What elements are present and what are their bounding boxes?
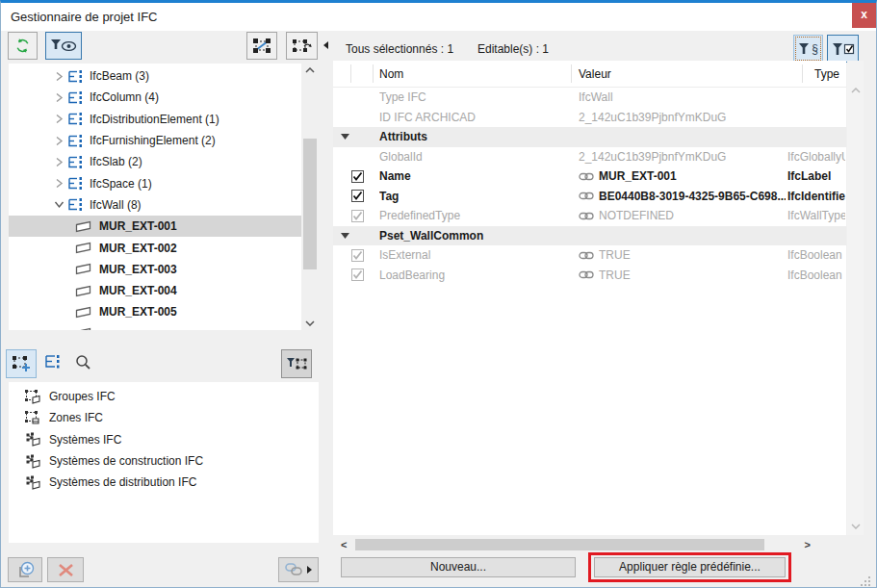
refresh-button[interactable] xyxy=(8,32,38,60)
attributes-table: Nom Valeur Type Type IFCIfcWallID IFC AR… xyxy=(333,61,846,535)
new-item-button[interactable] xyxy=(8,557,42,582)
filter-marquee-button[interactable] xyxy=(281,349,312,378)
table-hscrollbar[interactable]: < > xyxy=(338,538,813,551)
scroll-down-icon[interactable] xyxy=(301,320,319,326)
attribute-checkbox[interactable] xyxy=(351,268,364,281)
filter-checked-button[interactable] xyxy=(827,35,859,63)
attribute-checkbox[interactable] xyxy=(351,190,364,202)
chevron-right-icon[interactable] xyxy=(52,136,65,146)
column-header-nom[interactable]: Nom xyxy=(379,67,403,81)
chevron-right-icon[interactable] xyxy=(52,178,65,189)
tree-item[interactable]: MUR_EXT-004 xyxy=(9,280,319,301)
new-rule-button[interactable]: Nouveau... xyxy=(341,557,576,577)
table-row[interactable]: PredefinedTypeNOTDEFINEDIfcWallTypeEnum xyxy=(333,206,846,226)
ifc-class-icon xyxy=(67,176,83,191)
chevron-right-icon[interactable] xyxy=(52,114,65,124)
attribute-checkbox[interactable] xyxy=(351,210,364,222)
table-group-row[interactable]: Pset_WallCommon xyxy=(333,226,846,246)
table-row[interactable]: Type IFCIfcWall xyxy=(333,88,846,108)
chevron-down-icon[interactable] xyxy=(52,200,65,209)
attribute-value[interactable]: BE0440B8-3019-4325-9B65-C698... xyxy=(579,190,786,203)
table-row[interactable]: LoadBearingTRUEIfcBoolean xyxy=(333,266,846,286)
list-item[interactable]: Systèmes de construction IFC xyxy=(9,450,319,472)
resize-grip-icon[interactable] xyxy=(861,576,870,586)
apply-selection-button[interactable] xyxy=(286,32,318,60)
list-item[interactable]: Zones IFC xyxy=(9,407,319,428)
attribute-value[interactable]: TRUE xyxy=(579,248,786,262)
tree-item[interactable]: IfcSlab (2) xyxy=(9,151,319,172)
attribute-value[interactable]: NOTDEFINED xyxy=(579,209,786,222)
search-icon[interactable] xyxy=(75,354,91,371)
collapse-group-icon[interactable] xyxy=(341,134,349,140)
link-icon xyxy=(579,172,594,181)
chevron-right-icon[interactable] xyxy=(52,92,65,103)
hierarchy-icon[interactable] xyxy=(44,354,60,370)
collapse-panel-icon[interactable] xyxy=(323,41,328,49)
tree-item[interactable]: MUR_EXT-003 xyxy=(9,259,319,280)
attribute-value[interactable]: 2_142uC1b39PjbnfYmKDuG xyxy=(579,150,786,164)
hscrollbar-thumb[interactable] xyxy=(355,539,764,550)
apply-predefined-rule-button[interactable]: Appliquer règle prédéfinie... xyxy=(594,557,786,577)
scroll-up-icon[interactable] xyxy=(301,67,319,73)
tree-item[interactable]: MUR_EXT-001 xyxy=(9,216,301,237)
filter-visibility-button[interactable] xyxy=(45,32,82,60)
table-row[interactable]: GlobalId2_142uC1b39PjbnfYmKDuGIfcGloball… xyxy=(333,147,846,167)
link-menu-button[interactable] xyxy=(278,557,319,582)
tree-item[interactable]: MUR_EXT-002 xyxy=(9,237,319,258)
attribute-value[interactable]: MUR_EXT-001 xyxy=(579,169,786,183)
ifc-project-manager-dialog: Gestionnaire de projet IFC x xyxy=(0,0,877,588)
attribute-checkbox[interactable] xyxy=(351,170,364,183)
attribute-value[interactable]: IfcWall xyxy=(579,90,786,104)
close-button[interactable]: x xyxy=(852,3,876,28)
tree-item[interactable]: IfcFurnishingElement (2) xyxy=(9,130,319,151)
list-item-label: Zones IFC xyxy=(49,411,103,424)
group-name: Pset_WallCommon xyxy=(379,229,572,243)
attribute-value-text: MUR_EXT-001 xyxy=(599,169,677,183)
delete-item-button[interactable] xyxy=(47,557,84,582)
list-item[interactable]: Systèmes de distribution IFC xyxy=(9,472,319,493)
wall-icon xyxy=(75,327,91,330)
ifc-systems-icon xyxy=(24,431,41,447)
attribute-type: IfcWallTypeEnum xyxy=(787,209,845,222)
table-row[interactable]: ID IFC ARCHICAD2_142uC1b39PjbnfYmKDuG xyxy=(333,108,846,128)
wall-icon xyxy=(75,242,91,254)
chevron-right-icon[interactable] xyxy=(52,157,65,167)
column-header-valeur[interactable]: Valeur xyxy=(579,67,611,81)
tree-scrollbar[interactable] xyxy=(301,64,319,330)
tree-item[interactable]: MUR_EXT-005 xyxy=(9,301,319,322)
column-header-type[interactable]: Type xyxy=(814,67,839,81)
collapse-group-icon[interactable] xyxy=(341,233,349,239)
filter-rules-button[interactable]: § xyxy=(793,35,823,63)
table-header: Nom Valeur Type xyxy=(333,61,846,88)
tree-item[interactable]: IfcColumn (4) xyxy=(9,87,319,108)
add-selection-button[interactable] xyxy=(6,349,37,378)
tree-item-label: IfcColumn (4) xyxy=(90,90,159,104)
tree-item[interactable]: IfcSpace (1) xyxy=(9,172,319,193)
table-vscrollbar[interactable] xyxy=(847,61,864,535)
attribute-value[interactable]: TRUE xyxy=(579,268,786,282)
list-item[interactable]: Systèmes IFC xyxy=(9,429,319,450)
attribute-value-text: TRUE xyxy=(599,248,631,262)
tree-item[interactable]: IfcBeam (3) xyxy=(9,65,319,87)
table-row[interactable]: NameMUR_EXT-001IfcLabel xyxy=(333,166,846,187)
scroll-right-icon[interactable]: > xyxy=(805,538,811,551)
attribute-name: Type IFC xyxy=(379,90,572,104)
attribute-value[interactable]: 2_142uC1b39PjbnfYmKDuG xyxy=(579,111,786,124)
table-group-row[interactable]: Attributs xyxy=(333,127,846,147)
tree-item[interactable]: IfcWall (8) xyxy=(9,194,319,216)
tree-scrollbar-thumb[interactable] xyxy=(303,139,317,269)
tree-item[interactable] xyxy=(9,323,319,330)
tree-item[interactable]: IfcDistributionElement (1) xyxy=(9,109,319,130)
scroll-up-icon[interactable] xyxy=(847,88,864,93)
attribute-checkbox[interactable] xyxy=(351,249,364,262)
attribute-value-text: NOTDEFINED xyxy=(599,209,674,222)
scroll-down-icon[interactable] xyxy=(847,524,864,529)
table-row[interactable]: IsExternalTRUEIfcBoolean xyxy=(333,245,846,266)
table-row[interactable]: TagBE0440B8-3019-4325-9B65-C698...IfcIde… xyxy=(333,187,846,207)
attribute-type: IfcBoolean xyxy=(787,268,845,282)
tree-item-label: IfcBeam (3) xyxy=(90,69,149,83)
chevron-right-icon[interactable] xyxy=(52,71,65,82)
select-elements-button[interactable] xyxy=(246,32,277,60)
list-item[interactable]: Groupes IFC xyxy=(9,386,319,407)
scroll-left-icon[interactable]: < xyxy=(341,538,347,551)
